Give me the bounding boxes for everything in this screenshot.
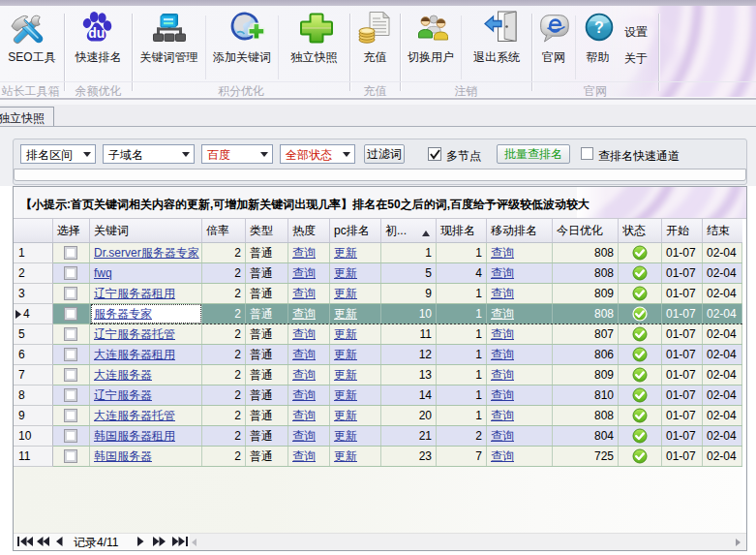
svg-text:?: ? <box>594 19 604 36</box>
svg-text:du: du <box>88 25 105 41</box>
